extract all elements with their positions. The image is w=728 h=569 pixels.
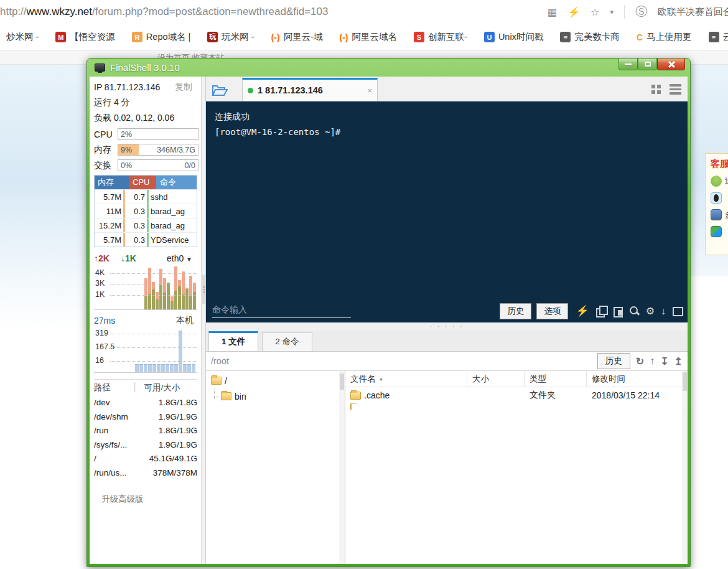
close-button[interactable] — [657, 59, 685, 70]
bookmark-item[interactable]: 炒米网 - — [6, 31, 39, 43]
ping-host[interactable]: 本机 — [176, 315, 194, 326]
terminal-output[interactable]: 连接成功 [root@VM-16-2-centos ~]# — [206, 101, 688, 302]
file-size-cell — [467, 387, 525, 403]
interface-selector[interactable]: eth0 ▼ — [167, 253, 192, 263]
gridline — [110, 284, 197, 284]
minimize-button[interactable] — [618, 59, 638, 70]
disk-row[interactable]: /sys/fs/...1.9G/1.9G — [94, 438, 197, 453]
tab-commands[interactable]: 2 命令 — [262, 332, 312, 351]
history-button[interactable]: 历史 — [500, 303, 531, 319]
path-history-button[interactable]: 历史 — [597, 353, 630, 369]
tab-files[interactable]: 1 文件 — [208, 331, 258, 351]
bookmark-item[interactable]: (-)阿里云域名 — [340, 31, 398, 43]
bookmark-item[interactable]: RRepo域名 | — [132, 31, 190, 43]
process-header-mem[interactable]: 内存 — [95, 176, 129, 189]
bookmark-item[interactable]: (-)阿里云-域 — [271, 31, 323, 43]
process-row[interactable]: 15.2M0.3barad_ag — [95, 218, 197, 232]
file-row[interactable]: .cache文件夹2018/03/15 22:14 — [345, 387, 688, 403]
search-icon[interactable] — [629, 306, 640, 316]
tree-item[interactable]: bin — [206, 388, 345, 404]
tree-item[interactable]: / — [206, 373, 345, 388]
kefu-row[interactable]: 多 — [711, 209, 728, 220]
sort-arrow-icon: ▲ — [379, 376, 384, 382]
copy-ip-link[interactable]: 复制 — [175, 82, 192, 93]
settings-gear-icon[interactable]: ⚙ — [646, 306, 655, 316]
speeddial-icon[interactable]: Ⓢ — [635, 4, 647, 20]
sidebar-scrollbar-thumb[interactable] — [202, 275, 205, 304]
file-name: .cache — [364, 390, 390, 400]
bookmark-item[interactable]: C马上使用更 — [637, 31, 692, 43]
parent-dir-icon[interactable]: ↑ — [650, 355, 655, 367]
tree-scrollbar[interactable] — [339, 371, 345, 564]
download-icon[interactable]: ↧ — [660, 355, 668, 367]
column-filename[interactable]: 文件名▲ — [345, 371, 467, 387]
disk-header-size[interactable]: 可用/大小 — [144, 382, 180, 393]
kefu-row[interactable] — [711, 192, 728, 204]
bookmark-item[interactable]: ≡云大 — [709, 31, 728, 43]
fullscreen-icon[interactable] — [672, 306, 683, 316]
splitter-handle[interactable]: · · · · · — [430, 325, 464, 328]
bookmark-item[interactable]: 玩玩米网 - — [207, 31, 254, 43]
upload-icon[interactable]: ↥ — [674, 355, 683, 367]
process-row[interactable]: 11M0.3barad_ag — [95, 204, 197, 218]
refresh-icon[interactable]: ↻ — [636, 355, 644, 367]
disk-row[interactable]: /dev/shm1.9G/1.9G — [94, 410, 197, 425]
menu-icon[interactable] — [670, 84, 681, 95]
path-input[interactable]: /root — [211, 356, 592, 366]
bookmark-favicon: ≡ — [709, 32, 719, 42]
column-size[interactable]: 大小 — [467, 371, 525, 387]
gridline — [110, 347, 197, 348]
gridline — [110, 334, 197, 334]
memory-detail: 346M/3.7G — [157, 146, 195, 154]
bookmark-item[interactable]: UUnix时间戳 — [484, 31, 544, 43]
address-url[interactable]: http://www.wkzy.net/forum.php?mod=post&a… — [0, 6, 329, 18]
options-button[interactable]: 选项 — [536, 303, 568, 319]
tree-scrollbar-thumb[interactable] — [340, 374, 344, 390]
file-table-scrollbar-thumb[interactable] — [683, 372, 687, 391]
upgrade-link[interactable]: 升级高级版 — [101, 494, 198, 505]
window-titlebar[interactable]: FinalShell 3.0.10 — [90, 59, 688, 77]
disk-header-path[interactable]: 路径 — [94, 382, 133, 393]
paste-icon[interactable] — [612, 306, 623, 316]
copy-icon[interactable] — [595, 306, 606, 316]
file-table-scrollbar[interactable] — [682, 371, 688, 564]
bookmark-item[interactable]: ≡完美数卡商 — [560, 31, 620, 43]
column-mtime[interactable]: 修改时间 — [587, 371, 688, 387]
open-connection-button[interactable] — [206, 80, 233, 101]
tab-close-icon[interactable]: × — [367, 86, 372, 95]
process-header-cpu[interactable]: CPU — [129, 176, 156, 189]
session-tab[interactable]: 1 81.71.123.146 × — [242, 78, 378, 101]
disk-row[interactable]: /run/us...378M/378M — [94, 466, 197, 481]
process-row[interactable]: 5.7M0.7sshd — [95, 189, 197, 204]
bookmark-star-icon[interactable]: ☆ — [590, 6, 599, 18]
grid-view-icon[interactable] — [651, 85, 661, 94]
disk-size: 45.1G/49.1G — [149, 452, 197, 466]
kefu-row[interactable]: 送 — [711, 176, 728, 187]
caret-down-icon[interactable]: ▾ — [610, 8, 614, 16]
speeddial-label[interactable]: 欧联半决赛首回合 — [658, 6, 728, 18]
finalshell-window: FinalShell 3.0.10 IP 81.71.123.146 复制 运行… — [86, 58, 691, 567]
bookmark-item[interactable]: M【悟空资源 — [55, 31, 115, 43]
disk-row[interactable]: /45.1G/49.1G — [94, 452, 197, 466]
command-input[interactable]: 命令输入 — [212, 304, 351, 318]
axis-tick-label: 1K — [95, 291, 105, 299]
column-type[interactable]: 类型 — [525, 371, 587, 387]
scroll-down-icon[interactable]: ↓ — [661, 306, 666, 316]
disk-row[interactable]: /run1.8G/1.9G — [94, 424, 197, 438]
network-bar — [178, 265, 181, 309]
disk-row[interactable]: /dev1.8G/1.8G — [94, 396, 197, 410]
qr-code-icon[interactable]: ▦ — [548, 6, 557, 18]
kefu-row[interactable] — [711, 226, 728, 237]
process-header-cmd[interactable]: 命令 — [156, 176, 197, 189]
directory-tree[interactable]: /bin — [206, 371, 345, 564]
quick-command-icon[interactable]: ⚡ — [576, 306, 589, 316]
disk-header-divider: │ — [133, 382, 138, 393]
axis-tick-label: 4K — [95, 268, 105, 277]
process-row[interactable]: 5.7M0.3YDService — [95, 232, 197, 247]
bookmark-item[interactable]: S创新互联- — [414, 31, 467, 43]
flash-icon[interactable]: ⚡ — [567, 6, 580, 18]
sidebar-scrollbar[interactable] — [202, 77, 206, 564]
browser-address-bar[interactable]: http://www.wkzy.net/forum.php?mod=post&a… — [0, 0, 728, 24]
horizontal-splitter[interactable]: · · · · · — [206, 322, 688, 331]
maximize-button[interactable] — [638, 59, 657, 70]
